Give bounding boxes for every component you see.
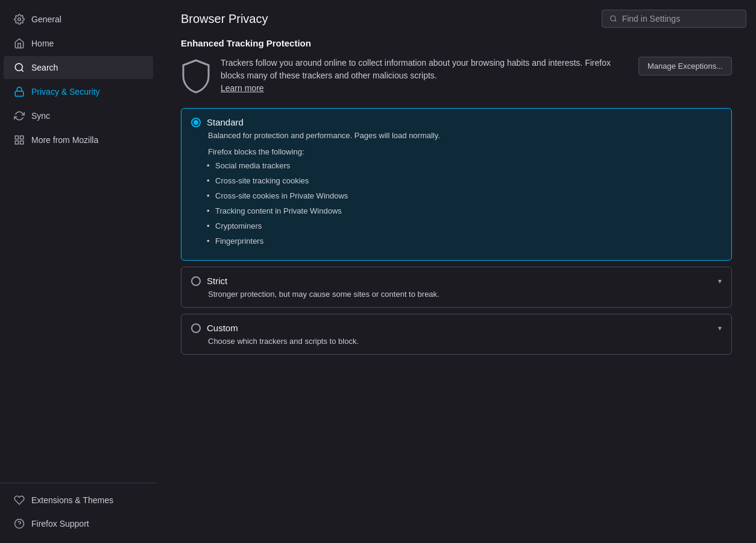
block-item-fingerprinters: Fingerprinters bbox=[215, 237, 722, 246]
svg-rect-7 bbox=[15, 141, 18, 144]
sidebar-item-search[interactable]: Search bbox=[4, 56, 153, 79]
svg-rect-6 bbox=[20, 141, 24, 144]
sidebar-item-sync-label: Sync bbox=[31, 111, 50, 121]
sidebar-item-general-label: General bbox=[31, 14, 61, 24]
svg-point-1 bbox=[15, 63, 22, 71]
section-heading: Enhanced Tracking Protection bbox=[181, 38, 732, 48]
standard-option-title: Standard bbox=[207, 117, 722, 127]
block-item-cross-site: Cross-site tracking cookies bbox=[215, 176, 722, 185]
sidebar-item-search-label: Search bbox=[31, 63, 58, 72]
svg-rect-3 bbox=[15, 91, 24, 96]
sidebar-item-support[interactable]: Firefox Support bbox=[4, 512, 153, 535]
sidebar-item-privacy-label: Privacy & Security bbox=[31, 87, 100, 97]
standard-option-card[interactable]: Standard Balanced for protection and per… bbox=[181, 108, 732, 261]
lock-icon bbox=[13, 86, 25, 98]
manage-exceptions-button[interactable]: Manage Exceptions... bbox=[638, 57, 732, 75]
sidebar: General Home Search Privacy & Security bbox=[0, 0, 157, 543]
settings-search-icon bbox=[610, 14, 617, 23]
standard-option-header: Standard bbox=[191, 117, 722, 127]
mozilla-icon bbox=[13, 134, 25, 146]
sidebar-item-extensions-label: Extensions & Themes bbox=[31, 495, 113, 505]
svg-point-0 bbox=[18, 18, 21, 21]
block-item-cross-cookies: Cross-site cookies in Private Windows bbox=[215, 191, 722, 200]
svg-line-2 bbox=[21, 69, 23, 71]
shield-icon bbox=[181, 59, 211, 96]
custom-option-desc: Choose which trackers and scripts to blo… bbox=[191, 337, 722, 346]
sidebar-item-extensions[interactable]: Extensions & Themes bbox=[4, 489, 153, 512]
sidebar-item-mozilla-label: More from Mozilla bbox=[31, 135, 98, 145]
sidebar-item-support-label: Firefox Support bbox=[31, 519, 89, 529]
standard-radio[interactable] bbox=[191, 118, 201, 127]
strict-option-card[interactable]: Strict ▾ Stronger protection, but may ca… bbox=[181, 267, 732, 308]
svg-point-10 bbox=[611, 16, 616, 21]
sidebar-bottom: Extensions & Themes Firefox Support bbox=[0, 483, 157, 536]
gear-icon bbox=[13, 13, 25, 25]
main-content: Browser Privacy Enhanced Tracking Protec… bbox=[157, 0, 756, 543]
svg-rect-5 bbox=[20, 136, 24, 139]
custom-option-card[interactable]: Custom ▾ Choose which trackers and scrip… bbox=[181, 314, 732, 355]
standard-option-desc: Balanced for protection and performance.… bbox=[191, 131, 722, 140]
sidebar-item-home-label: Home bbox=[31, 39, 54, 48]
sidebar-item-general[interactable]: General bbox=[4, 8, 153, 31]
custom-radio[interactable] bbox=[191, 323, 201, 333]
standard-blocks-label: Firefox blocks the following: bbox=[191, 147, 722, 156]
home-icon bbox=[13, 37, 25, 49]
strict-radio[interactable] bbox=[191, 276, 201, 286]
strict-option-title: Strict bbox=[207, 276, 712, 286]
settings-search-input[interactable] bbox=[622, 14, 739, 24]
support-icon bbox=[13, 518, 25, 530]
strict-chevron-icon: ▾ bbox=[718, 277, 722, 285]
extension-icon bbox=[13, 494, 25, 506]
block-item-tracking: Tracking content in Private Windows bbox=[215, 206, 722, 215]
custom-option-header: Custom ▾ bbox=[191, 323, 722, 333]
etp-description: Trackers follow you around online to col… bbox=[221, 57, 629, 82]
settings-search-bar[interactable] bbox=[602, 10, 746, 28]
strict-option-desc: Stronger protection, but may cause some … bbox=[191, 290, 722, 299]
etp-block: Trackers follow you around online to col… bbox=[181, 57, 732, 96]
sidebar-item-home[interactable]: Home bbox=[4, 32, 153, 55]
learn-more-link[interactable]: Learn more bbox=[221, 83, 264, 93]
custom-chevron-icon: ▾ bbox=[718, 324, 722, 332]
topbar bbox=[602, 10, 746, 28]
search-icon bbox=[13, 62, 25, 74]
block-item-social: Social media trackers bbox=[215, 161, 722, 170]
strict-option-header: Strict ▾ bbox=[191, 276, 722, 286]
sidebar-item-mozilla[interactable]: More from Mozilla bbox=[4, 129, 153, 151]
svg-line-11 bbox=[615, 20, 616, 21]
custom-option-title: Custom bbox=[207, 323, 712, 333]
sync-icon bbox=[13, 110, 25, 122]
svg-rect-4 bbox=[15, 136, 18, 139]
etp-description-block: Trackers follow you around online to col… bbox=[221, 57, 629, 95]
block-item-cryptominers: Cryptominers bbox=[215, 221, 722, 230]
standard-blocks-list: Social media trackers Cross-site trackin… bbox=[191, 161, 722, 246]
sidebar-item-privacy[interactable]: Privacy & Security bbox=[4, 80, 153, 103]
sidebar-item-sync[interactable]: Sync bbox=[4, 104, 153, 127]
